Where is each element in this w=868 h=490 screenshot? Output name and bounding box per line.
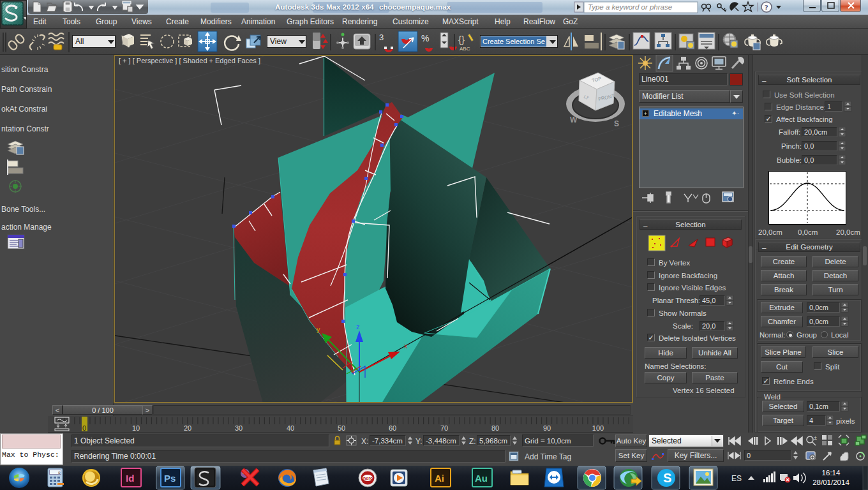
svg-text:80: 80 <box>491 424 499 432</box>
svg-text:S: S <box>663 471 671 485</box>
svg-text:30: 30 <box>235 424 243 432</box>
svg-text:Ps: Ps <box>164 473 176 484</box>
svg-text:90: 90 <box>543 424 551 432</box>
svg-text:±: ± <box>814 434 817 441</box>
svg-text:40: 40 <box>287 424 294 432</box>
svg-text:ES: ES <box>731 474 742 483</box>
svg-text:70: 70 <box>440 424 448 432</box>
svg-text:x: x <box>404 343 407 350</box>
svg-text:Ai: Ai <box>435 473 444 484</box>
svg-text:View: View <box>270 37 287 46</box>
svg-text:W: W <box>570 115 578 124</box>
svg-text:Create Selection Se: Create Selection Se <box>483 38 545 45</box>
svg-text:20: 20 <box>184 424 191 432</box>
svg-text:z: z <box>356 323 360 330</box>
svg-text:100: 100 <box>592 424 604 432</box>
svg-text:y: y <box>317 325 320 333</box>
svg-text:Au: Au <box>475 473 488 484</box>
svg-text:Type a keyword or phrase: Type a keyword or phrase <box>588 3 672 11</box>
svg-text:3: 3 <box>379 33 384 42</box>
svg-text:S: S <box>614 119 619 128</box>
svg-text:60: 60 <box>389 424 396 432</box>
svg-text:Id: Id <box>126 473 134 484</box>
svg-text:0: 0 <box>82 424 86 432</box>
svg-text:16:14: 16:14 <box>822 469 841 477</box>
svg-text:%: % <box>421 33 429 43</box>
svg-text:nero: nero <box>363 476 373 480</box>
svg-text:10: 10 <box>132 424 140 432</box>
svg-text:28/01/2014: 28/01/2014 <box>812 479 849 486</box>
svg-text:All: All <box>75 37 84 46</box>
svg-text:0: 0 <box>58 471 61 475</box>
svg-text:50: 50 <box>338 424 345 432</box>
svg-text:?: ? <box>765 3 768 11</box>
svg-text:{}: {} <box>458 34 465 45</box>
svg-text:ABC: ABC <box>460 46 470 52</box>
